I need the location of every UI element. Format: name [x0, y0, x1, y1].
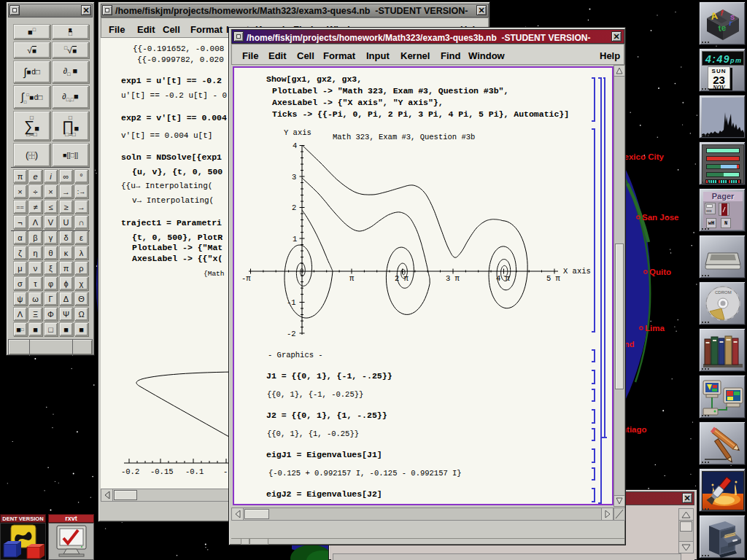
svg-text:4: 4 — [293, 141, 297, 150]
svg-text:2 π: 2 π — [395, 274, 409, 283]
svg-text:4 π: 4 π — [496, 274, 511, 283]
svg-text:-: - — [223, 467, 228, 476]
svg-text:A: A — [710, 10, 719, 22]
svg-text:Math 323, Exam #3, Question #3: Math 323, Exam #3, Question #3b — [333, 133, 475, 141]
svg-text:π: π — [349, 274, 355, 283]
svg-text:CDROM: CDROM — [715, 290, 732, 295]
svg-text:Quito: Quito — [649, 268, 671, 276]
svg-text:-0.2: -0.2 — [121, 467, 139, 476]
svg-text:3: 3 — [292, 173, 296, 182]
svg-text:5 π: 5 π — [546, 274, 561, 283]
svg-text:S: S — [730, 14, 735, 21]
svg-text:2: 2 — [292, 203, 296, 212]
svg-text:Y axis: Y axis — [284, 128, 311, 137]
svg-text:Lima: Lima — [645, 324, 665, 332]
svg-text:-0.15: -0.15 — [150, 467, 174, 476]
svg-text:te: te — [718, 23, 727, 34]
svg-text:X axis: X axis — [563, 267, 591, 276]
svg-text:San Jose: San Jose — [642, 213, 679, 222]
svg-text:-2: -2 — [287, 330, 296, 338]
svg-text:-0.1: -0.1 — [185, 467, 204, 476]
svg-text:-1: -1 — [287, 298, 296, 307]
svg-text:3 π: 3 π — [446, 274, 460, 283]
svg-text:1: 1 — [293, 235, 297, 244]
svg-text:-π: -π — [241, 274, 251, 283]
